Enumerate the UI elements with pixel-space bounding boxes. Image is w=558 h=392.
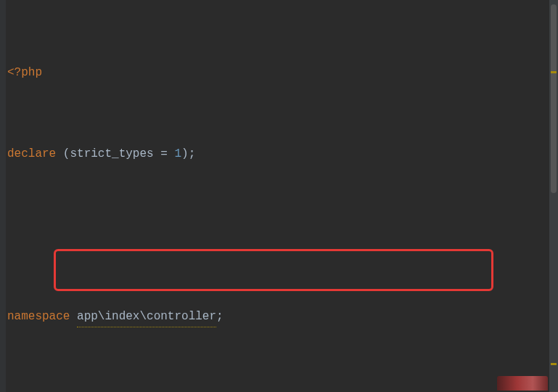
php-open-tag: <?php: [7, 62, 42, 83]
scrollbar-marker: [551, 363, 557, 365]
gutter: [0, 0, 6, 392]
code-line-empty[interactable]: [7, 388, 439, 392]
annotation-box: [54, 249, 493, 291]
scrollbar-thumb[interactable]: [551, 4, 557, 193]
minimap-stub: [497, 376, 548, 391]
code-line[interactable]: namespace app\index\controller;: [7, 306, 439, 327]
code-line[interactable]: <?php: [7, 62, 439, 83]
code-editor: <?php declare (strict_types = 1); namesp…: [0, 0, 558, 392]
scrollbar-marker: [551, 71, 557, 73]
code-area[interactable]: <?php declare (strict_types = 1); namesp…: [6, 0, 439, 392]
code-line-empty[interactable]: [7, 225, 439, 245]
code-line[interactable]: declare (strict_types = 1);: [7, 144, 439, 164]
vertical-scrollbar[interactable]: [549, 0, 558, 392]
